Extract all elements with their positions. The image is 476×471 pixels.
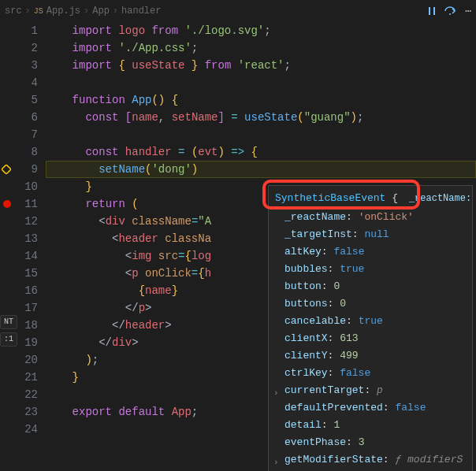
svg-point-2 (449, 13, 451, 15)
chevron-right-icon: › (25, 6, 31, 17)
debug-prop-row[interactable]: ctrlKey: false (269, 365, 472, 382)
breadcrumb-folder[interactable]: src (5, 6, 22, 17)
line-number[interactable]: 1 (14, 22, 38, 39)
code-line[interactable] (46, 74, 476, 91)
line-number[interactable]: 12 (14, 213, 38, 230)
line-number[interactable]: 13 (14, 230, 38, 247)
debug-prop-value: p (377, 384, 383, 396)
line-number[interactable]: 20 (14, 351, 38, 369)
chevron-right-icon[interactable]: › (273, 454, 279, 470)
debug-prop-value: true (359, 315, 383, 327)
breadcrumb-file[interactable]: App.js (46, 6, 80, 17)
line-number[interactable]: 8 (14, 143, 38, 161)
debug-prop-key: bubbles (284, 263, 328, 275)
line-number[interactable]: 14 (14, 247, 38, 265)
debug-prop-key: eventPhase (284, 436, 346, 448)
debug-prop-key: ctrlKey (284, 367, 328, 379)
brace-icon: { (392, 192, 398, 204)
pause-icon[interactable] (427, 5, 437, 17)
debug-prop-value: 1 (333, 419, 340, 431)
debug-prop-row[interactable]: bubbles: true (269, 261, 472, 278)
debug-prop-value: 0 (333, 280, 340, 292)
code-line[interactable]: setName('dong') (46, 161, 476, 178)
line-number[interactable]: 6 (14, 109, 38, 126)
line-number[interactable]: 21 (14, 369, 38, 386)
breakpoint-icon[interactable] (3, 200, 11, 208)
side-badge[interactable]: :1 (0, 332, 17, 347)
line-number[interactable]: 18 (14, 317, 38, 334)
debug-prop-key: cancelable (284, 315, 346, 327)
more-icon[interactable]: ⋯ (465, 5, 471, 17)
line-number[interactable]: 7 (14, 126, 38, 143)
chevron-right-icon[interactable]: › (273, 385, 279, 401)
debug-hover-popup[interactable]: SyntheticBaseEvent { _reactName: _reactN… (268, 185, 473, 471)
code-line[interactable]: import logo from './logo.svg'; (46, 22, 476, 39)
line-number[interactable]: 10 (14, 178, 38, 195)
debug-prop-value: 3 (359, 436, 365, 448)
code-line[interactable]: const handler = (evt) => { (46, 143, 476, 161)
line-number[interactable]: 22 (14, 386, 38, 403)
debug-prop-key: buttons (284, 298, 328, 310)
debug-prop-value: false (340, 367, 370, 379)
line-number[interactable]: 9 (14, 161, 38, 178)
debug-prop-key: _targetInst (284, 228, 352, 240)
debug-prop-value: 499 (340, 350, 358, 362)
line-number-gutter[interactable]: 123456789101112131415161718192021222324 (14, 22, 46, 471)
line-number[interactable]: 19 (14, 334, 38, 351)
code-line[interactable]: import './App.css'; (46, 39, 476, 57)
code-line[interactable] (46, 126, 476, 143)
line-number[interactable]: 24 (14, 421, 38, 438)
code-line[interactable]: const [name, setName] = useState("guang"… (46, 109, 476, 126)
debug-prop-key: clientY (284, 350, 328, 362)
line-number[interactable]: 17 (14, 299, 38, 317)
debug-prop-row[interactable]: ›currentTarget: p (269, 382, 472, 399)
debug-prop-key: getModifierState (284, 454, 383, 465)
line-number[interactable]: 2 (14, 39, 38, 57)
breadcrumb-symbol[interactable]: handler (121, 6, 161, 17)
debug-prop-key: altKey (284, 246, 322, 258)
debug-prop-value: 0 (340, 298, 346, 310)
debug-prop-row[interactable]: clientX: 613 (269, 330, 472, 347)
line-number[interactable]: 15 (14, 265, 38, 282)
debug-prop-value: ƒ modifierS (395, 454, 463, 465)
line-number[interactable]: 16 (14, 282, 38, 299)
debug-prop-value: false (333, 246, 364, 258)
debug-prop-key: _reactName (284, 211, 346, 223)
breadcrumb-symbol[interactable]: App (92, 6, 110, 17)
debug-prop-row[interactable]: button: 0 (269, 278, 472, 295)
debug-prop-row[interactable]: altKey: false (269, 243, 472, 261)
debug-prop-value: true (340, 263, 364, 275)
debug-prop-row[interactable]: clientY: 499 (269, 347, 472, 365)
debug-prop-value: false (395, 402, 426, 414)
line-number[interactable]: 3 (14, 57, 38, 74)
step-over-icon[interactable] (444, 5, 457, 17)
chevron-right-icon: › (113, 6, 118, 17)
line-number[interactable]: 4 (14, 74, 38, 91)
debug-prop-key: detail (284, 419, 322, 431)
debug-current-line-icon (2, 165, 11, 174)
code-editor[interactable]: 123456789101112131415161718192021222324 … (0, 22, 476, 471)
hover-type-name: SyntheticBaseEvent (275, 192, 385, 204)
line-number[interactable]: 11 (14, 195, 38, 213)
debug-prop-row[interactable]: detail: 1 (269, 417, 472, 434)
line-number[interactable]: 5 (14, 91, 38, 109)
debug-prop-row[interactable]: _reactName: 'onClick' (269, 209, 472, 226)
line-number[interactable]: 23 (14, 403, 38, 421)
chevron-right-icon: › (84, 6, 89, 17)
debug-prop-row[interactable]: defaultPrevented: false (269, 399, 472, 417)
debug-prop-row[interactable]: buttons: 0 (269, 295, 472, 313)
debug-prop-row[interactable]: _targetInst: null (269, 226, 472, 243)
code-line[interactable]: import { useState } from 'react'; (46, 57, 476, 74)
breadcrumb-bar: src › JS App.js › App › handler ⋯ (0, 0, 476, 22)
debug-prop-row[interactable]: eventPhase: 3 (269, 434, 472, 451)
debug-prop-key: defaultPrevented (284, 402, 383, 414)
debug-prop-row[interactable]: ›getModifierState: ƒ modifierS (269, 451, 472, 469)
debug-toolbar: ⋯ (427, 5, 471, 17)
debug-prop-key: clientX (284, 332, 328, 344)
code-line[interactable]: function App() { (46, 91, 476, 109)
glyph-margin[interactable] (0, 22, 14, 471)
debug-prop-row[interactable]: cancelable: true (269, 313, 472, 330)
side-badge[interactable]: NT (0, 315, 17, 329)
breadcrumb[interactable]: src › JS App.js › App › handler (5, 6, 161, 17)
debug-hover-title: SyntheticBaseEvent { _reactName: (269, 189, 472, 209)
